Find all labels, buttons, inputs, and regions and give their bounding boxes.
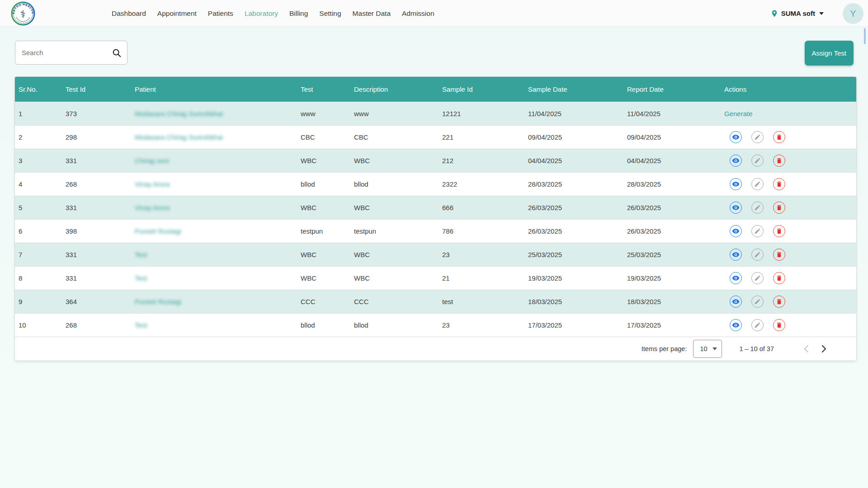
top-header-bar: EKTOS HEALTH ⚕ Dashboard Appointment Pat…	[0, 0, 868, 27]
edit-test-button[interactable]	[751, 225, 764, 237]
actions-cell	[721, 267, 856, 290]
table-row: 9 364 Puneet Rustagi CCC CCC test 18/03/…	[15, 290, 856, 313]
edit-test-button[interactable]	[751, 202, 764, 214]
delete-test-button[interactable]	[773, 225, 785, 237]
patient-link[interactable]: Chirag soni	[135, 157, 169, 164]
next-page-button[interactable]	[821, 345, 826, 353]
search-icon[interactable]	[112, 48, 122, 58]
view-test-button[interactable]	[730, 131, 742, 143]
patient-link[interactable]: Modasara Chirag Sureshbhai	[135, 133, 223, 141]
edit-test-button[interactable]	[751, 296, 764, 308]
eye-icon	[731, 227, 740, 235]
pencil-icon	[754, 322, 761, 328]
patient-link[interactable]: Test	[135, 251, 147, 258]
nav-item-billing[interactable]: Billing	[289, 9, 308, 18]
edit-test-button[interactable]	[751, 178, 764, 190]
pencil-icon	[754, 204, 761, 211]
delete-test-button[interactable]	[773, 155, 785, 167]
trash-icon	[776, 228, 783, 235]
edit-test-button[interactable]	[751, 131, 764, 143]
edit-test-button[interactable]	[751, 155, 764, 167]
scrollbar-thumb[interactable]	[864, 28, 866, 44]
assign-test-button[interactable]: Assign Test	[805, 41, 854, 66]
view-test-button[interactable]	[730, 202, 742, 214]
nav-item-laboratory[interactable]: Laboratory	[245, 9, 278, 18]
previous-page-button[interactable]	[804, 345, 809, 353]
cell-sample-date: 26/03/2025	[524, 196, 623, 219]
eye-icon	[731, 156, 740, 165]
cell-test-id: 331	[62, 243, 131, 266]
patient-link[interactable]: Modasara Chirag Sureshbhai	[135, 110, 223, 117]
edit-test-button[interactable]	[751, 272, 764, 284]
delete-test-button[interactable]	[773, 178, 785, 190]
nav-item-setting[interactable]: Setting	[319, 9, 341, 18]
col-header-report-date: Report Date	[623, 77, 721, 102]
table-row: 4 268 Vinay Arora bllod bllod 2322 28/03…	[15, 172, 856, 196]
trash-icon	[776, 157, 783, 164]
delete-test-button[interactable]	[773, 319, 785, 331]
nav-item-master-data[interactable]: Master Data	[353, 9, 391, 18]
nav-item-patients[interactable]: Patients	[208, 9, 233, 18]
actions-cell	[721, 126, 856, 149]
cell-srno: 8	[15, 267, 62, 290]
patient-link[interactable]: Test	[135, 321, 147, 329]
actions-cell	[721, 149, 856, 172]
trash-icon	[776, 322, 783, 328]
cell-test: testpun	[297, 220, 350, 243]
generate-report-link[interactable]: Generate	[724, 110, 753, 117]
col-header-description: Description	[350, 77, 439, 102]
col-header-sample-date: Sample Date	[524, 77, 623, 102]
cell-sample-id: 212	[439, 149, 524, 172]
search-input[interactable]	[22, 49, 112, 56]
actions-cell	[721, 290, 856, 313]
patient-link[interactable]: Puneet Rustagi	[135, 227, 181, 235]
table-row: 1 373 Modasara Chirag Sureshbhai www www…	[15, 102, 856, 125]
nav-item-appointment[interactable]: Appointment	[157, 9, 197, 18]
patient-link[interactable]: Test	[135, 274, 147, 282]
view-test-button[interactable]	[730, 249, 742, 261]
eye-icon	[731, 250, 740, 259]
patient-link[interactable]: Vinay Arora	[135, 204, 170, 211]
view-test-button[interactable]	[730, 155, 742, 167]
eye-icon	[731, 180, 740, 188]
delete-test-button[interactable]	[773, 131, 785, 143]
view-test-button[interactable]	[730, 178, 742, 190]
cell-srno: 1	[15, 102, 62, 125]
branch-selector[interactable]: SUMA soft	[770, 0, 824, 27]
actions-cell	[721, 173, 856, 196]
cell-report-date: 17/03/2025	[623, 314, 721, 337]
cell-description: CCC	[350, 290, 439, 313]
cell-test: WBC	[297, 267, 350, 290]
view-test-button[interactable]	[730, 319, 742, 331]
col-header-actions: Actions	[721, 77, 856, 102]
delete-test-button[interactable]	[773, 249, 785, 261]
cell-test: WBC	[297, 196, 350, 219]
cell-description: bllod	[350, 173, 439, 196]
pencil-icon	[754, 251, 761, 258]
edit-test-button[interactable]	[751, 249, 764, 261]
page-size-select[interactable]: 10	[693, 340, 722, 358]
trash-icon	[776, 275, 783, 282]
view-test-button[interactable]	[730, 225, 742, 237]
nav-item-admission[interactable]: Admission	[402, 9, 434, 18]
cell-sample-date: 11/04/2025	[524, 102, 623, 125]
cell-sample-id: 221	[439, 126, 524, 149]
avatar-initial: Y	[850, 9, 856, 19]
edit-test-button[interactable]	[751, 319, 764, 331]
table-row: 5 331 Vinay Arora WBC WBC 666 26/03/2025…	[15, 196, 856, 219]
user-avatar[interactable]: Y	[843, 3, 863, 24]
view-test-button[interactable]	[730, 296, 742, 308]
delete-test-button[interactable]	[773, 202, 785, 214]
patient-link[interactable]: Vinay Arora	[135, 180, 170, 188]
cell-test: WBC	[297, 149, 350, 172]
actions-cell	[721, 220, 856, 243]
patient-link[interactable]: Puneet Rustagi	[135, 298, 181, 305]
delete-test-button[interactable]	[773, 272, 785, 284]
view-test-button[interactable]	[730, 272, 742, 284]
actions-cell	[721, 196, 856, 219]
cell-test: bllod	[297, 173, 350, 196]
delete-test-button[interactable]	[773, 296, 785, 308]
table-row: 7 331 Test WBC WBC 23 25/03/2025 25/03/2…	[15, 243, 856, 266]
nav-item-dashboard[interactable]: Dashboard	[112, 9, 146, 18]
chevron-left-icon	[804, 345, 809, 353]
